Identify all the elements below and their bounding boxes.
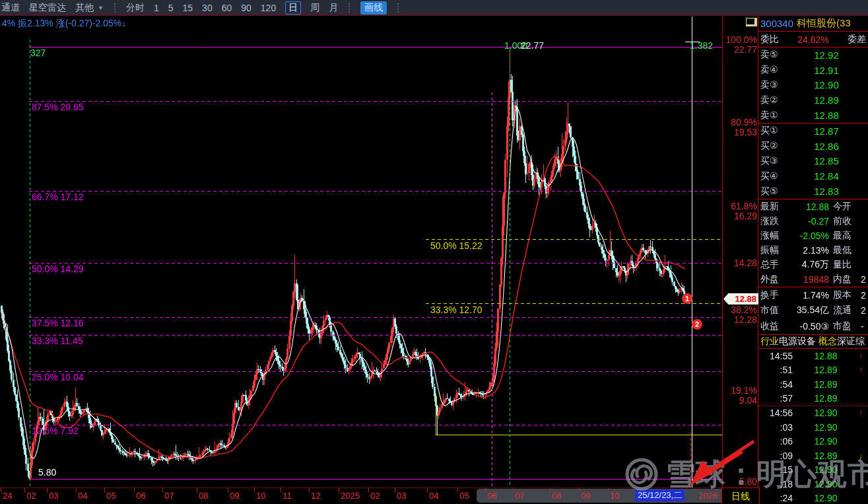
axis-tick [24,488,25,492]
stat-value-right: 2 [861,274,866,285]
stat-label-right: 流通 [833,305,861,316]
stock-header[interactable]: 300340 科恒股份(33 [758,16,868,32]
fib-label-6: 25.0% 10.04 [32,373,84,382]
tick-price: 12.90 [793,436,859,447]
fib-label-7: 12.5% 7.92 [32,426,79,436]
axis-tick [485,488,486,492]
axis-month-15[interactable]: 04 [429,491,438,501]
axis-month-2[interactable]: 03 [49,491,58,501]
golden-label-0: 50.0% 15.22 [430,241,483,251]
bid-row-4[interactable]: 买④12.84 [758,168,868,184]
ask-label: 卖⑤ [760,49,787,61]
fib-label-8: 5.80 [38,468,56,478]
bid-label: 买② [760,140,787,152]
stat-label: 市值 [760,305,789,316]
ask-row-2[interactable]: 卖④12.91 [758,63,868,78]
axis-month-18[interactable]: 07 [515,491,524,501]
watermark: 雪球：明心观市 [624,454,868,494]
ask-price: 12.92 [787,50,866,61]
axis-tick [550,488,551,492]
ask-row-3[interactable]: 卖③12.90 [758,78,868,93]
right-axis-label-1: 80.9%19.53 [721,118,757,137]
bid-row-1[interactable]: 买①12.87 [758,124,868,139]
tick-arrow-icon: ↑ [859,365,865,375]
stat-label-right: 今开 [833,201,861,213]
industry-value: 电源设备 [779,336,816,347]
axis-month-14[interactable]: 03 [397,491,406,501]
axis-month-5[interactable]: 06 [136,491,145,501]
restore-window-icon[interactable] [746,18,757,26]
axis-month-4[interactable]: 05 [106,491,116,501]
stat-value-right: 2 [861,305,866,316]
industry-row[interactable]: 行业 电源设备 概念 深证综 [758,335,868,349]
tick-time: :57 [761,393,793,404]
weibi-row: 委比 24.62% 委差 [758,32,868,48]
fib-label-4: 37.5% 12.16 [32,318,84,328]
tick-row-3: :5712.89 [758,392,868,406]
stat-label-right: 市盈 [833,320,861,332]
axis-tick [579,488,580,492]
axis-month-11[interactable]: 12 [311,491,320,501]
stat-row-市值: 市值35.54亿流通2 [758,303,868,319]
weibi-label: 委比 [760,34,779,46]
ask-row-4[interactable]: 卖②12.89 [758,92,868,108]
axis-tick [608,488,609,492]
stock-name: 科恒股份(33 [797,17,851,30]
axis-month-10[interactable]: 11 [283,491,292,501]
tick-time: 14:56 [761,408,793,418]
tick-time: :24 [761,493,793,503]
current-price-tag: 12.88 [723,293,758,305]
axis-tick [76,488,77,492]
axis-tick [228,488,228,492]
stat-row-收益: 收益-0.50③市盈- [758,318,868,334]
axis-month-16[interactable]: 05 [459,491,469,501]
axis-month-9[interactable]: 10 [256,491,265,501]
right-axis-label-5: 19.1%9.04 [721,386,757,406]
tick-time: :54 [761,379,793,390]
fib-label-2: 66.7% 17.12 [32,192,84,202]
stats-block-1: 最新12.88今开涨跌-0.27前收涨幅-2.05%最高振幅2.13%最低总手4… [758,199,868,287]
ask-price: 12.89 [787,94,866,106]
axis-month-21[interactable]: 10 [610,491,619,501]
chart-marker-1[interactable]: 1 [682,293,692,304]
stats-block-2: 换手1.74%股本2市值35.54亿流通2收益-0.50③市盈- [758,287,868,335]
bid-row-5[interactable]: 买⑤12.83 [758,184,868,199]
axis-month-12[interactable]: 2025 [341,491,360,501]
tick-time: :51 [761,365,793,375]
golden-label-1: 33.3% 12.70 [430,305,483,315]
axis-tick [427,488,428,492]
tick-price: 12.90 [793,422,859,433]
weibi-value: 24.62% [797,34,828,45]
axis-month-7[interactable]: 08 [199,491,208,501]
axis-month-0[interactable]: 24 [3,491,12,501]
stat-value: -0.27 [789,216,833,227]
stat-label-right: 量比 [833,259,861,271]
stat-row-振幅: 振幅2.13%最低 [758,243,868,258]
stat-value: -2.05% [789,231,833,241]
ask-row-5[interactable]: 卖①12.88 [758,108,868,123]
axis-tick [104,488,105,492]
ask-label: 卖④ [760,64,787,76]
axis-month-20[interactable]: 09 [581,491,590,501]
stat-row-总手: 总手4.76万量比 [758,258,868,272]
ask-price: 12.88 [787,110,866,121]
bid-row-2[interactable]: 买②12.86 [758,139,868,154]
bid-row-3[interactable]: 买③12.85 [758,154,868,169]
axis-tick [339,488,339,492]
axis-month-8[interactable]: 09 [230,491,239,501]
right-axis-label-3: 14.28 [721,258,757,268]
stat-label: 总手 [760,259,789,271]
bid-price: 12.87 [787,126,866,137]
axis-month-17[interactable]: 06 [487,491,496,501]
tick-row-6: :0612.90 [758,434,868,449]
axis-month-19[interactable]: 08 [552,491,561,501]
tick-price: 12.90 [793,408,859,418]
chart-marker-2[interactable]: 2 [692,319,702,330]
axis-month-3[interactable]: 04 [78,491,87,501]
ask-price: 12.90 [787,79,866,90]
axis-month-6[interactable]: 07 [164,491,174,501]
fib-label-0: 327 [30,48,46,58]
ask-row-1[interactable]: 卖⑤12.92 [758,48,868,63]
axis-month-13[interactable]: 02 [370,491,380,501]
axis-month-1[interactable]: 02 [26,491,36,501]
